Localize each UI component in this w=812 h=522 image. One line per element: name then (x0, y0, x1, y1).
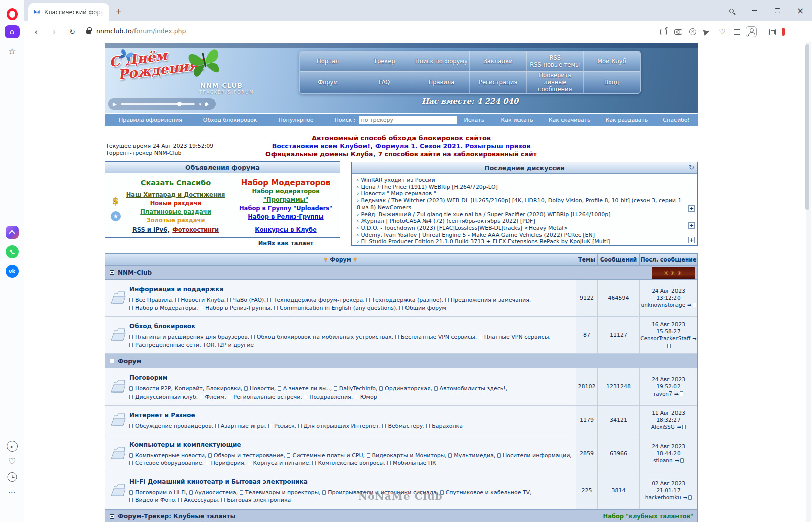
subforum-link[interactable]: Бесплатные VPN сервисы (401, 334, 475, 340)
nav-button-forum[interactable]: Форум (300, 72, 356, 93)
forum-title-link[interactable]: Компьютеры и комплектующие (129, 441, 241, 448)
snapshot-camera-icon[interactable] (672, 26, 684, 38)
subforum-link[interactable]: Азартные игры (221, 423, 265, 429)
bookmark-heart-icon[interactable]: ♡ (716, 26, 728, 38)
announcement-link[interactable]: Набор в Релиз-Группы (248, 213, 323, 220)
play-icon[interactable]: ▶ (113, 101, 117, 107)
announcement-link[interactable]: Золотые раздачи (147, 217, 205, 224)
section-title-link[interactable]: Форум (118, 358, 141, 365)
subforum-link[interactable]: Аудиосистема (195, 489, 236, 496)
page-scrollbar[interactable] (806, 42, 811, 522)
banner-link-restore[interactable]: Восстановим всем Клубом! (272, 142, 370, 150)
last-post-user-link[interactable]: AlexiSSG (651, 424, 675, 430)
toolbar-link[interactable]: Как раздавать (606, 117, 648, 123)
vk-icon[interactable]: vk (6, 265, 19, 278)
extensions-cube-icon[interactable] (766, 26, 778, 38)
subforum-link[interactable]: Обзоры и тестирование (214, 452, 284, 459)
goto-last-post-icon[interactable]: ➡ (675, 458, 684, 463)
announcement-link[interactable]: Новые раздачи (150, 200, 202, 207)
discussion-topic-link[interactable]: Рейд. Выживший / Zui qiang tie xue nai b… (361, 211, 610, 218)
subforum-link[interactable]: Корпуса и питание (253, 460, 309, 466)
forum-title-link[interactable]: Информация и поддержка (129, 286, 224, 293)
blocker-icon[interactable]: × (687, 26, 699, 38)
nav-button-faq[interactable]: FAQ (356, 72, 413, 93)
subforum-link[interactable]: Техподдержка форум-трекера (273, 297, 363, 303)
discussion-topic-link[interactable]: U.D.O. - Touchdown (2023) [FLAC|Lossless… (361, 225, 568, 231)
subforum-link[interactable]: Дискуссионный клуб (135, 394, 196, 400)
lock-icon[interactable] (86, 30, 91, 34)
scrollbar-thumb[interactable] (805, 44, 809, 210)
dollar-icon[interactable]: $ (112, 195, 119, 206)
subforum-link[interactable]: Плагины и расширения для браузеров (135, 334, 248, 340)
subforum-link[interactable]: Для открывших Интернет (304, 423, 379, 429)
banner-link-7ways[interactable]: 7 способов зайти на заблокированный сайт (378, 150, 537, 158)
subforum-link[interactable]: Компьютерные новости (135, 452, 205, 459)
nav-button-bookmarks[interactable]: Закладки (470, 51, 526, 72)
expand-topic-button[interactable]: + (688, 222, 695, 229)
discussion-topic-link[interactable]: WinRAR уходит из России (361, 177, 435, 183)
announcement-link[interactable]: Наш Хитпарад и Достижения (126, 191, 225, 198)
subforum-link[interactable]: Техподдержка (разное) (372, 297, 442, 303)
toolbar-link[interactable]: Популярное (279, 117, 314, 123)
last-post-user-link[interactable]: hackerhomku (645, 494, 681, 500)
subforum-link[interactable]: Телевизоры и проекторы (245, 489, 319, 496)
flow-paper-plane-icon[interactable] (702, 26, 714, 38)
goto-last-post-icon[interactable]: ➡ (687, 302, 696, 308)
discussion-topic-link[interactable]: Udemy, Ivan Yosifov | Unreal Engine 5 - … (361, 232, 595, 238)
share-page-icon[interactable] (657, 26, 669, 38)
subforum-link[interactable]: Носители информации (503, 452, 570, 459)
whatsapp-icon[interactable] (6, 245, 19, 258)
subforum-link[interactable]: ЧаВо (FAQ) (233, 297, 264, 303)
browser-tab[interactable]: Классический форум-тре (28, 3, 109, 21)
subforum-link[interactable]: Вебмастеру (388, 423, 423, 429)
profile-icon[interactable] (745, 26, 757, 38)
discussion-topic-link[interactable]: Журнал | PhotoCASA №4 (72) (сентябрь-окт… (361, 218, 535, 224)
subforum-link[interactable]: Бытовая электроника (227, 497, 291, 503)
goto-last-post-icon[interactable]: ➡ (677, 424, 686, 430)
sort-arrow-icon[interactable]: ▼ (354, 257, 357, 262)
subforum-link[interactable]: Системные платы и CPU (292, 452, 363, 459)
last-post-user-link[interactable]: stioann (653, 457, 673, 463)
announcement-link[interactable]: Фотохостинги (172, 226, 219, 233)
section-right-link[interactable]: Набор "клубных талантов" (603, 513, 693, 520)
toolbar-link[interactable]: Как искать (501, 117, 533, 123)
subforum-link[interactable]: Набор в Релиз-Группы (205, 305, 270, 311)
subforum-link[interactable]: Ординаторская (385, 385, 431, 392)
announcement-link[interactable]: RSS и IPv6 (132, 226, 167, 233)
nav-button-registration[interactable]: Регистрация (470, 72, 526, 93)
subforum-link[interactable]: Мобильные ПК (393, 460, 436, 466)
collapse-section-icon[interactable] (110, 514, 114, 519)
minimize-button[interactable] (743, 0, 766, 21)
search-tabs-icon[interactable] (720, 0, 743, 21)
subforum-link[interactable]: Флейм (205, 394, 225, 400)
discussion-topic-link[interactable]: Цена / The Price (1911) WEBRip [H.264/72… (361, 184, 497, 190)
subforum-link[interactable]: Региональные встречи (233, 394, 300, 400)
history-clock-icon[interactable] (7, 472, 17, 482)
subforum-link[interactable]: Поздравления (309, 394, 351, 400)
easy-setup-sliders-icon[interactable] (731, 26, 743, 38)
forum-title-link[interactable]: Поговорим (129, 374, 167, 381)
collapse-section-icon[interactable] (110, 359, 114, 363)
subforum-link[interactable]: Барахолка (432, 423, 463, 429)
subforum-link[interactable]: Все Правила (135, 297, 172, 303)
collapse-section-icon[interactable] (110, 270, 114, 275)
subforum-link[interactable]: Набор в Модераторы (135, 305, 196, 311)
nav-button-forum-search[interactable]: Поиск по форуму (413, 51, 470, 72)
subforum-link[interactable]: Видеокарты и Мониторы (372, 452, 445, 459)
subforum-link[interactable]: Поговорим о Hi-Fi (135, 489, 186, 496)
announcement-link[interactable]: Набор модераторов "Программы" (252, 188, 320, 203)
opera-logo-icon[interactable] (7, 8, 18, 20)
player-seek-slider[interactable] (121, 103, 195, 105)
nav-button-tracker[interactable]: Трекер (356, 51, 413, 72)
subforum-link[interactable]: Автомобилисты здесь! (440, 385, 506, 392)
subforum-link[interactable]: Юмор (360, 394, 377, 400)
new-tab-button[interactable]: + (113, 5, 124, 16)
banner-link-formula1[interactable]: Формула 1. Сезон 2021. Розыгрыш призов (375, 142, 530, 150)
subforum-link[interactable]: Предложения и замечания (451, 297, 529, 303)
announcement-link[interactable]: Набор Модераторов (241, 178, 330, 187)
sort-arrow-icon[interactable]: ▼ (324, 257, 327, 262)
subforum-link[interactable]: Обсуждение провайдеров (135, 423, 212, 429)
subforum-link[interactable]: Распределенные сети. TOR, I2P и другие (135, 342, 254, 348)
nav-button-check-pm[interactable]: Проверить личныесообщения (527, 72, 584, 93)
more-options-icon[interactable]: ⋯ (8, 488, 16, 497)
